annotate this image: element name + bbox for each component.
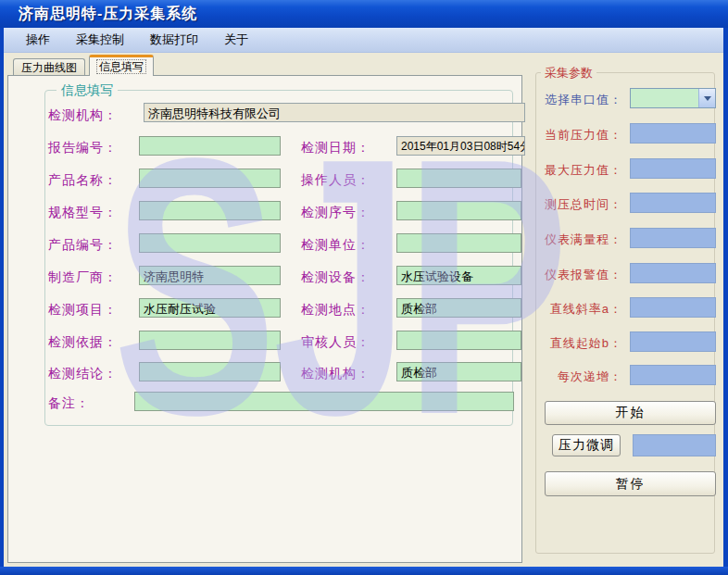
chevron-down-icon <box>704 96 711 101</box>
test-date-input[interactable]: 2015年01月03日08时54分 <box>396 136 525 156</box>
dropdown-button[interactable] <box>698 89 715 107</box>
info-group-title: 信息填写 <box>56 82 118 99</box>
window-border-left <box>0 28 4 575</box>
gauge-range-input[interactable] <box>630 228 716 248</box>
titlebar: 济南思明特-压力采集系统 <box>0 0 728 28</box>
tab-pressure-curve[interactable]: 压力曲线图 <box>13 58 85 76</box>
increment-label: 每次递增： <box>535 369 622 385</box>
max-pressure-label: 最大压力值： <box>535 162 622 179</box>
test-unit-input[interactable] <box>396 233 521 253</box>
report-number-input[interactable] <box>139 136 281 156</box>
current-pressure-input[interactable] <box>630 123 716 144</box>
manufacturer-label: 制造厂商： <box>48 269 118 286</box>
report-number-label: 报告编号： <box>48 140 118 156</box>
slope-a-label: 直线斜率a： <box>535 301 622 318</box>
inspection-agency-input[interactable]: 济南思明特科技有限公司 <box>144 103 525 122</box>
serial-port-label: 选择串口值： <box>535 92 622 108</box>
serial-port-combobox[interactable] <box>630 88 716 108</box>
window-border-bottom <box>0 567 728 575</box>
test-agency-input[interactable]: 质检部 <box>396 362 521 381</box>
test-item-input[interactable]: 水压耐压试验 <box>139 298 281 318</box>
menu-about[interactable]: 关于 <box>213 29 259 51</box>
slope-a-input[interactable] <box>630 297 716 318</box>
serial-port-value <box>631 89 698 107</box>
inspection-agency-label: 检测机构： <box>48 107 118 124</box>
acquisition-panel-title: 采集参数 <box>541 65 596 81</box>
test-conclusion-label: 检测结论： <box>48 366 118 382</box>
spec-model-label: 规格型号： <box>48 205 118 221</box>
manufacturer-input[interactable]: 济南思明特 <box>139 266 281 285</box>
test-agency-label: 检测机构： <box>301 366 370 382</box>
product-name-input[interactable] <box>139 169 281 188</box>
test-conclusion-input[interactable] <box>139 362 281 381</box>
menubar: 操作 采集控制 数据打印 关于 <box>4 28 723 53</box>
gauge-range-label: 仪表满量程： <box>535 231 622 248</box>
remarks-label: 备注： <box>48 395 90 412</box>
test-serial-label: 检测序号： <box>301 205 370 221</box>
intercept-b-label: 直线起始b： <box>535 335 622 352</box>
current-pressure-label: 当前压力值： <box>535 127 622 144</box>
gauge-alarm-label: 仪表报警值： <box>535 267 622 283</box>
test-item-label: 检测项目： <box>48 302 118 319</box>
reviewer-input[interactable] <box>396 331 521 350</box>
menu-acquisition-control[interactable]: 采集控制 <box>65 29 135 51</box>
total-time-label: 测压总时间： <box>535 196 622 213</box>
intercept-b-input[interactable] <box>630 331 716 352</box>
test-location-label: 检测地点： <box>301 302 370 319</box>
test-location-input[interactable]: 质检部 <box>396 298 521 318</box>
menu-operation[interactable]: 操作 <box>15 29 61 51</box>
start-button[interactable]: 开始 <box>545 401 716 425</box>
product-number-input[interactable] <box>139 233 281 253</box>
operator-label: 操作人员： <box>301 172 370 189</box>
finetune-value-input[interactable] <box>633 434 716 456</box>
test-equipment-label: 检测设备： <box>301 269 370 286</box>
pause-button[interactable]: 暂停 <box>545 471 716 496</box>
total-time-input[interactable] <box>630 193 716 213</box>
app-window: 济南思明特-压力采集系统 操作 采集控制 数据打印 关于 压力曲线图 信息填写 … <box>0 0 728 575</box>
test-date-label: 检测日期： <box>301 140 370 156</box>
window-border-right <box>723 28 728 575</box>
tab-info-fill[interactable]: 信息填写 <box>89 55 154 76</box>
test-serial-input[interactable] <box>396 201 521 220</box>
test-basis-input[interactable] <box>139 331 281 350</box>
pressure-finetune-button[interactable]: 压力微调 <box>552 434 621 456</box>
remarks-input[interactable] <box>134 392 514 411</box>
product-name-label: 产品名称： <box>48 172 118 189</box>
operator-input[interactable] <box>396 169 521 188</box>
menu-data-print[interactable]: 数据打印 <box>139 29 209 51</box>
test-unit-label: 检测单位： <box>301 237 370 254</box>
spec-model-input[interactable] <box>139 201 281 220</box>
test-equipment-input[interactable]: 水压试验设备 <box>396 266 521 285</box>
reviewer-label: 审核人员： <box>301 334 370 351</box>
max-pressure-input[interactable] <box>630 158 716 179</box>
window-title: 济南思明特-压力采集系统 <box>0 5 197 24</box>
test-basis-label: 检测依据： <box>48 334 118 351</box>
product-number-label: 产品编号： <box>48 237 118 254</box>
increment-input[interactable] <box>630 365 716 385</box>
gauge-alarm-input[interactable] <box>630 263 716 283</box>
